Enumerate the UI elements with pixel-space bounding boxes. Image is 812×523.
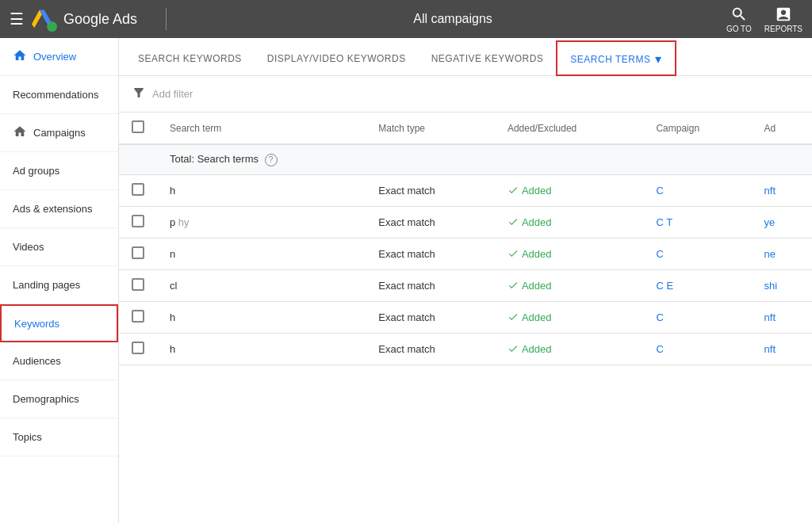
- sidebar-label-recommendations: Recommendations: [13, 89, 98, 101]
- row3-status: Added: [495, 238, 644, 269]
- row1-added-badge: Added: [508, 185, 631, 197]
- table-row: cl Exact match Added C E shi: [119, 269, 812, 301]
- table-wrapper: Search term Match type Added/Excluded Ca…: [119, 113, 812, 365]
- sidebar-label-keywords: Keywords: [14, 318, 59, 330]
- svg-point-1: [47, 21, 57, 32]
- sidebar-item-videos[interactable]: Videos: [0, 228, 118, 266]
- app-logo: Google Ads: [32, 6, 153, 32]
- search-terms-tab-label: SEARCH TERMS: [570, 54, 650, 65]
- row5-campaign: C: [643, 301, 751, 333]
- row2-checkbox[interactable]: [132, 215, 144, 227]
- table-header-row: Search term Match type Added/Excluded Ca…: [119, 113, 812, 144]
- search-terms-dropdown-icon[interactable]: ▾: [655, 52, 662, 67]
- filter-icon[interactable]: [132, 86, 146, 102]
- row3-campaign: C: [643, 238, 751, 269]
- tabs-bar: SEARCH KEYWORDS DISPLAY/VIDEO KEYWORDS N…: [119, 38, 812, 76]
- select-all-checkbox[interactable]: [132, 120, 144, 133]
- menu-icon[interactable]: ☰: [10, 10, 24, 29]
- sidebar-item-overview[interactable]: Overview: [0, 38, 118, 76]
- row5-ad: nft: [752, 301, 812, 333]
- row6-ad: nft: [752, 333, 812, 365]
- sidebar-item-keywords[interactable]: Keywords: [0, 304, 118, 342]
- row1-campaign: C: [643, 174, 751, 206]
- row6-match-type: Exact match: [366, 333, 495, 365]
- header-search-term[interactable]: Search term: [157, 113, 366, 144]
- row3-added-badge: Added: [508, 248, 631, 260]
- sidebar-item-audiences[interactable]: Audiences: [0, 342, 118, 365]
- sidebar-item-ads-extensions[interactable]: Ads & extensions: [0, 190, 118, 228]
- sidebar-label-videos: Videos: [13, 241, 44, 253]
- row6-term: h: [157, 333, 366, 365]
- header-added-excluded[interactable]: Added/Excluded: [495, 113, 644, 144]
- sidebar-label-ad-groups: Ad groups: [13, 165, 59, 177]
- row6-added-badge: Added: [508, 343, 631, 355]
- row1-match-type: Exact match: [366, 174, 495, 206]
- table-row: h Exact match Added C nft: [119, 333, 812, 365]
- sidebar-item-recommendations[interactable]: Recommendations: [0, 76, 118, 114]
- row3-checkbox[interactable]: [132, 246, 144, 259]
- row4-match-type: Exact match: [366, 269, 495, 301]
- filter-bar: Add filter: [119, 76, 812, 113]
- tab-negative-keywords[interactable]: NEGATIVE KEYWORDS: [419, 44, 557, 75]
- google-ads-logo-icon: [32, 6, 57, 32]
- tab-display-video[interactable]: DISPLAY/VIDEO KEYWORDS: [255, 44, 419, 75]
- sidebar-label-ads-extensions: Ads & extensions: [13, 203, 92, 215]
- row6-checkbox-cell: [119, 333, 157, 365]
- header-actions: GO TO REPORTS: [726, 6, 802, 33]
- row5-checkbox[interactable]: [132, 310, 144, 323]
- sidebar: Overview Recommendations Campaigns Ad gr…: [0, 38, 119, 365]
- row5-status: Added: [495, 301, 644, 333]
- reports-button[interactable]: REPORTS: [764, 6, 802, 33]
- row3-ad: ne: [752, 238, 812, 269]
- header-campaign[interactable]: Campaign: [643, 113, 751, 144]
- total-info-icon[interactable]: ?: [265, 154, 278, 166]
- total-row: Total: Search terms ?: [119, 144, 812, 174]
- data-table: Search term Match type Added/Excluded Ca…: [119, 113, 812, 365]
- row3-term: n: [157, 238, 366, 269]
- total-checkbox-cell: [119, 144, 157, 174]
- table-row: h Exact match Added C nft: [119, 301, 812, 333]
- home-icon: [13, 48, 27, 65]
- row4-status: Added: [495, 269, 644, 301]
- sidebar-item-campaigns[interactable]: Campaigns: [0, 114, 118, 152]
- row6-checkbox[interactable]: [132, 342, 144, 354]
- row2-term: p hy: [157, 206, 366, 238]
- row1-ad: nft: [752, 174, 812, 206]
- row2-status: Added: [495, 206, 644, 238]
- tab-search-keywords[interactable]: SEARCH KEYWORDS: [125, 44, 255, 75]
- goto-label: GO TO: [726, 25, 752, 33]
- sidebar-item-landing-pages[interactable]: Landing pages: [0, 266, 118, 304]
- row5-checkbox-cell: [119, 301, 157, 333]
- row4-checkbox[interactable]: [132, 278, 144, 291]
- header-ad-group[interactable]: Ad: [752, 113, 812, 144]
- table-row: p hy Exact match Added C T ye: [119, 206, 812, 238]
- row1-term: h: [157, 174, 366, 206]
- top-header: ☰ Google Ads All campaigns GO TO REPORTS: [0, 0, 812, 38]
- goto-button[interactable]: GO TO: [726, 6, 752, 33]
- header-match-type[interactable]: Match type: [366, 113, 495, 144]
- row1-checkbox[interactable]: [132, 183, 144, 196]
- header-divider: [166, 8, 167, 30]
- campaign-label: All campaigns: [179, 12, 726, 26]
- row2-campaign: C T: [643, 206, 751, 238]
- total-label-cell: Total: Search terms ?: [157, 144, 366, 174]
- tab-search-terms[interactable]: SEARCH TERMS ▾: [556, 40, 676, 76]
- row4-campaign: C E: [643, 269, 751, 301]
- search-icon: [730, 6, 748, 23]
- add-filter-text[interactable]: Add filter: [152, 88, 193, 100]
- row2-checkbox-cell: [119, 206, 157, 238]
- header-checkbox-cell: [119, 113, 157, 144]
- row1-status: Added: [495, 174, 644, 206]
- sidebar-item-ad-groups[interactable]: Ad groups: [0, 152, 118, 190]
- sidebar-label-landing-pages: Landing pages: [13, 279, 80, 291]
- sidebar-label-audiences: Audiences: [13, 355, 61, 365]
- row6-campaign: C: [643, 333, 751, 365]
- table-row: h Exact match Added C nft: [119, 174, 812, 206]
- row5-added-badge: Added: [508, 311, 631, 323]
- row2-match-type: Exact match: [366, 206, 495, 238]
- main-content: SEARCH KEYWORDS DISPLAY/VIDEO KEYWORDS N…: [119, 38, 812, 365]
- row5-match-type: Exact match: [366, 301, 495, 333]
- row4-added-badge: Added: [508, 280, 631, 292]
- sidebar-label-campaigns: Campaigns: [33, 127, 86, 139]
- row1-checkbox-cell: [119, 174, 157, 206]
